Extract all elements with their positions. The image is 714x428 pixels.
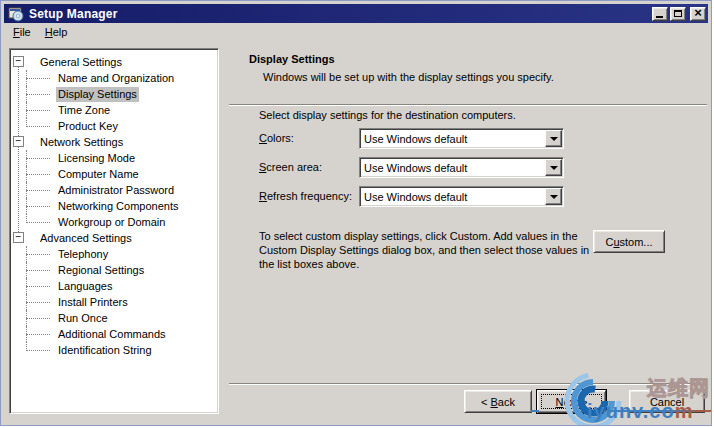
close-button[interactable]: × [690, 7, 706, 21]
window-title: Setup Manager [29, 7, 650, 21]
screen-area-dropdown-button[interactable] [545, 159, 562, 176]
tree-item-regional-settings[interactable]: Regional Settings [10, 262, 218, 278]
colors-dropdown-button[interactable] [545, 130, 562, 147]
custom-button[interactable]: Custom... [593, 230, 665, 253]
tree-item-computer-name[interactable]: Computer Name [10, 166, 218, 182]
colors-label: Colors: [259, 132, 294, 144]
settings-tree: − General Settings Name and Organization… [9, 48, 219, 414]
tree-item-network-settings[interactable]: − Network Settings [10, 134, 218, 150]
tree-item-workgroup-or-domain[interactable]: Workgroup or Domain [10, 214, 218, 230]
chevron-down-icon [550, 195, 558, 199]
back-button[interactable]: < Back [464, 390, 532, 413]
cancel-button[interactable]: Cancel [629, 390, 705, 413]
chevron-down-icon [550, 166, 558, 170]
collapse-expander-icon[interactable]: − [13, 232, 24, 243]
tree-item-product-key[interactable]: Product Key [10, 118, 218, 134]
close-icon: × [694, 8, 702, 18]
header-divider [229, 104, 707, 106]
footer-divider [229, 383, 707, 385]
custom-note: To select custom display settings, click… [259, 229, 595, 271]
next-button[interactable]: Next > [537, 390, 606, 413]
page-subtitle: Windows will be set up with the display … [263, 71, 554, 83]
menu-bar: File Help [4, 23, 708, 41]
minimize-button[interactable] [652, 7, 668, 21]
chevron-down-icon [550, 137, 558, 141]
collapse-expander-icon[interactable]: − [13, 136, 24, 147]
tree-item-networking-components[interactable]: Networking Components [10, 198, 218, 214]
setup-manager-app-icon [8, 6, 24, 22]
tree-item-display-settings[interactable]: Display Settings [10, 86, 218, 102]
maximize-icon [674, 10, 682, 17]
tree-item-run-once[interactable]: Run Once [10, 310, 218, 326]
tree-item-licensing-mode[interactable]: Licensing Mode [10, 150, 218, 166]
minimize-icon [656, 16, 663, 18]
refresh-frequency-dropdown-value: Use Windows default [360, 191, 544, 203]
refresh-frequency-dropdown-button[interactable] [545, 188, 562, 205]
tree-item-advanced-settings[interactable]: − Advanced Settings [10, 230, 218, 246]
page-title: Display Settings [249, 53, 335, 65]
tree-item-administrator-password[interactable]: Administrator Password [10, 182, 218, 198]
menu-item-help[interactable]: Help [38, 24, 75, 40]
tree-item-identification-string[interactable]: Identification String [10, 342, 218, 358]
tree-item-additional-commands[interactable]: Additional Commands [10, 326, 218, 342]
colors-dropdown-value: Use Windows default [360, 133, 544, 145]
screen-area-label: Screen area: [259, 161, 322, 173]
tree-item-general-settings[interactable]: − General Settings [10, 54, 218, 70]
setup-manager-window: Setup Manager × File Help − General Sett… [0, 0, 712, 426]
titlebar: Setup Manager × [4, 4, 708, 23]
instruction-text: Select display settings for the destinat… [259, 109, 516, 121]
maximize-button[interactable] [670, 7, 686, 21]
tree-item-name-and-organization[interactable]: Name and Organization [10, 70, 218, 86]
colors-dropdown[interactable]: Use Windows default [359, 128, 564, 149]
tree-item-install-printers[interactable]: Install Printers [10, 294, 218, 310]
screen-area-dropdown-value: Use Windows default [360, 162, 544, 174]
collapse-expander-icon[interactable]: − [13, 56, 24, 67]
refresh-frequency-label: Refresh frequency: [259, 190, 352, 202]
screen-area-dropdown[interactable]: Use Windows default [359, 157, 564, 178]
tree-item-time-zone[interactable]: Time Zone [10, 102, 218, 118]
menu-item-file[interactable]: File [6, 24, 38, 40]
refresh-frequency-dropdown[interactable]: Use Windows default [359, 186, 564, 207]
tree-item-languages[interactable]: Languages [10, 278, 218, 294]
tree-item-telephony[interactable]: Telephony [10, 246, 218, 262]
